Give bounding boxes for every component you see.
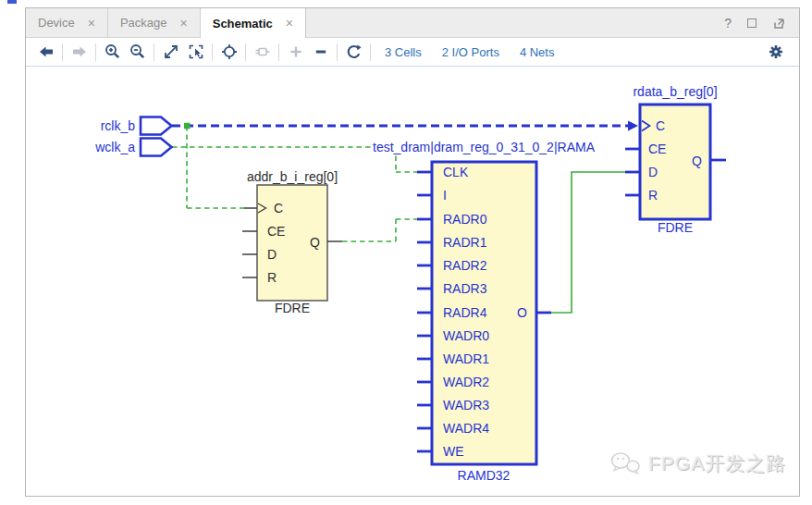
pin-label-radr1: RADR1 xyxy=(443,236,486,249)
toolbar-separator xyxy=(278,43,279,61)
pin-label-c: C xyxy=(274,202,283,215)
settings-gear-icon[interactable] xyxy=(763,41,788,63)
help-icon[interactable]: ? xyxy=(724,17,732,30)
cell-type-rdata-fdre: FDRE xyxy=(658,221,693,234)
port-wclk_a[interactable] xyxy=(141,139,172,156)
application-window: Device × Package × Schematic × ? xyxy=(0,0,812,505)
remove-icon[interactable] xyxy=(308,41,333,63)
pin-label-i: I xyxy=(443,189,447,202)
toolbar-separator xyxy=(337,43,338,61)
autofit-selection-icon[interactable] xyxy=(216,41,241,63)
zoom-out-icon[interactable] xyxy=(125,41,150,63)
watermark: FPGA开发之路 xyxy=(609,450,786,477)
pin-label-radr4: RADR4 xyxy=(443,306,486,319)
pin-label-wadr1: WADR1 xyxy=(443,352,489,365)
tab-device-close-icon[interactable]: × xyxy=(88,17,95,30)
forward-icon[interactable] xyxy=(67,41,92,63)
pin-label-c: C xyxy=(656,119,665,132)
pin-label-clk: CLK xyxy=(443,166,468,179)
tab-package-label: Package xyxy=(120,16,167,30)
net-arrowhead xyxy=(628,121,638,131)
tab-schematic-label: Schematic xyxy=(213,17,273,31)
expand-cone-icon[interactable] xyxy=(250,41,275,63)
pin-label-wadr0: WADR0 xyxy=(443,329,489,342)
port-label-rclk_b: rclk_b xyxy=(101,119,135,132)
pin-label-wadr3: WADR3 xyxy=(443,399,489,412)
cell-name-addr_b_i_reg: addr_b_i_reg[0] xyxy=(247,170,338,183)
net-o-to-d[interactable] xyxy=(551,172,625,313)
pin-label-radr3: RADR3 xyxy=(443,282,486,295)
nets-link[interactable]: 4 Nets xyxy=(520,45,555,59)
pin-label-o: O xyxy=(517,306,527,319)
zoom-in-icon[interactable] xyxy=(100,41,125,63)
zoom-fit-icon[interactable] xyxy=(158,41,183,63)
tab-schematic-close-icon[interactable]: × xyxy=(286,17,293,30)
pin-label-d: D xyxy=(267,248,277,261)
cells-link[interactable]: 3 Cells xyxy=(385,45,422,59)
pin-label-ce: CE xyxy=(267,225,285,238)
io-ports-link[interactable]: 2 I/O Ports xyxy=(442,45,499,59)
schematic-panel: Device × Package × Schematic × ? xyxy=(25,7,800,497)
add-icon[interactable] xyxy=(283,41,308,63)
zoom-to-selection-icon[interactable] xyxy=(183,41,208,63)
schematic-drawing xyxy=(26,67,799,496)
toolbar-separator xyxy=(95,43,96,61)
net-junction-dot xyxy=(184,123,191,129)
pin-label-ce: CE xyxy=(648,142,666,155)
cell-name-rdata_b_reg: rdata_b_reg[0] xyxy=(633,85,717,98)
float-icon[interactable] xyxy=(772,17,785,30)
port-rclk_b[interactable] xyxy=(141,117,172,135)
toolbar-separator xyxy=(62,43,63,61)
toolbar-separator xyxy=(245,43,246,61)
net-addr-q-to-radr0[interactable] xyxy=(342,219,417,241)
tab-package[interactable]: Package × xyxy=(108,8,201,37)
schematic-toolbar: 3 Cells 2 I/O Ports 4 Nets xyxy=(26,38,799,67)
panel-window-controls: ? xyxy=(724,8,799,37)
tab-package-close-icon[interactable]: × xyxy=(180,17,188,30)
pin-label-wadr4: WADR4 xyxy=(443,422,489,435)
toolbar-separator xyxy=(212,43,213,61)
net-rclk_b-branch[interactable] xyxy=(187,126,244,208)
pin-label-r: R xyxy=(267,271,277,284)
maximize-icon[interactable] xyxy=(747,18,757,28)
pin-label-d: D xyxy=(648,166,658,179)
regenerate-icon[interactable] xyxy=(341,41,366,63)
cell-type-addr-fdre: FDRE xyxy=(275,302,310,314)
pin-label-we: WE xyxy=(443,445,464,458)
toolbar-separator xyxy=(370,43,371,61)
schematic-canvas[interactable]: rclk_b wclk_a addr_b_i_reg[0] FDRE C CE … xyxy=(26,67,799,496)
pin-label-radr2: RADR2 xyxy=(443,259,486,272)
pin-label-wadr2: WADR2 xyxy=(443,376,489,388)
pin-label-q: Q xyxy=(692,154,702,167)
net-label-rama[interactable]: test_dram|dram_reg_0_31_0_2|RAMA xyxy=(371,140,597,154)
pin-label-r: R xyxy=(648,189,658,202)
toolbar-separator xyxy=(154,43,154,61)
tab-device-label: Device xyxy=(38,16,75,30)
back-icon[interactable] xyxy=(33,41,58,63)
port-label-wclk_a: wclk_a xyxy=(95,141,135,154)
watermark-text: FPGA开发之路 xyxy=(648,450,786,476)
window-edge-artifact xyxy=(7,0,17,4)
tab-bar: Device × Package × Schematic × ? xyxy=(26,8,799,38)
tab-device[interactable]: Device × xyxy=(26,8,108,37)
pin-label-q: Q xyxy=(310,236,320,249)
cell-type-ramd32: RAMD32 xyxy=(458,469,511,482)
tab-schematic[interactable]: Schematic × xyxy=(201,8,306,38)
wechat-icon xyxy=(609,450,642,477)
pin-label-radr0: RADR0 xyxy=(443,213,486,226)
